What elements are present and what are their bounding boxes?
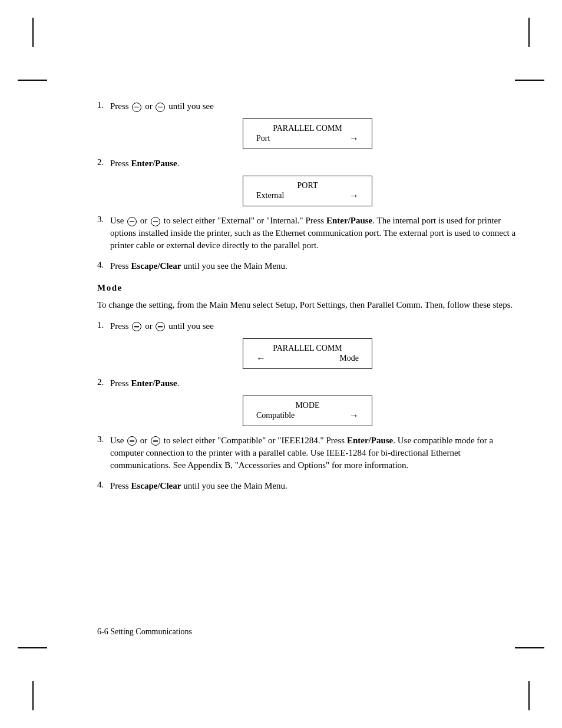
s2-step-number-1: 1.	[97, 320, 110, 330]
box2-line2: External	[256, 191, 284, 200]
display-box-1: PARALLEL COMM Port →	[243, 118, 372, 149]
step4-bold2: Clear	[160, 261, 181, 271]
arrow-right-icon: →	[349, 133, 359, 144]
s2-step2-bold2: Pause	[155, 378, 177, 388]
step-number-4: 4.	[97, 260, 110, 270]
section2-step4: 4. Press Escape/Clear until you see the …	[97, 480, 518, 492]
s2-step4-bold2: Clear	[160, 481, 181, 490]
corner-mark-br-v	[528, 681, 530, 710]
section2-intro: To change the setting, from the Main Men…	[97, 299, 518, 312]
display-box2-row1: PORT	[250, 181, 365, 190]
page: 1. Press or until you see PARALLEL COMM …	[0, 0, 562, 728]
s2-step-number-4: 4.	[97, 480, 110, 490]
main-content: 1. Press or until you see PARALLEL COMM …	[97, 100, 518, 634]
corner-mark-tl-v	[32, 18, 34, 47]
minus-circle-icon4	[151, 217, 160, 226]
s2-step2-text: Press Enter/Pause.	[110, 377, 518, 390]
s2-step4-bold1: Escape	[131, 481, 157, 490]
s2-step1-text: Press or until you see	[110, 320, 518, 332]
minus-circle-icon8	[151, 436, 160, 446]
step-number: 1.	[97, 100, 110, 110]
minus-circle-icon5	[132, 322, 141, 331]
section1-step1: 1. Press or until you see PARALLEL COMM …	[97, 100, 518, 149]
s2-step2-bold1: Enter	[131, 378, 153, 388]
s2-step-number-2: 2.	[97, 377, 110, 387]
corner-mark-tr-h	[515, 80, 544, 81]
display-box4-row2: Compatible →	[250, 410, 365, 421]
step-number-2: 2.	[97, 157, 110, 167]
display-box3-row1: PARALLEL COMM	[250, 344, 365, 353]
section2-step3: 3. Use or to select either "Compatible" …	[97, 434, 518, 472]
display-box3-row2: ← Mode	[250, 353, 365, 364]
section2: Mode To change the setting, from the Mai…	[97, 283, 518, 492]
box2-line1: PORT	[297, 181, 318, 190]
display-box-4: MODE Compatible →	[243, 396, 372, 426]
arrow-right-icon3: →	[349, 410, 359, 421]
section1-step4: 4. Press Escape/Clear until you see the …	[97, 260, 518, 272]
footer-text: 6-6 Setting Communications	[97, 627, 192, 637]
s2-box1-line1: PARALLEL COMM	[273, 344, 342, 353]
section2-heading: Mode	[97, 283, 518, 293]
section2-step2: 2. Press Enter/Pause. MODE Compatible →	[97, 377, 518, 426]
s2-box1-line2: Mode	[339, 354, 359, 363]
corner-mark-br-h	[515, 647, 544, 648]
s2-box2-line2: Compatible	[256, 411, 295, 420]
s2-step-number-3: 3.	[97, 434, 110, 444]
arrow-left-icon: ←	[256, 353, 266, 364]
step1-text: Press or until you see	[110, 100, 518, 113]
display-box2-row2: External →	[250, 190, 365, 201]
corner-mark-bl-v	[32, 681, 34, 710]
step2-bold1: Enter	[131, 159, 153, 168]
minus-circle-icon6	[156, 322, 165, 331]
section1-step2: 2. Press Enter/Pause. PORT External →	[97, 157, 518, 206]
minus-circle-icon7	[127, 436, 137, 446]
arrow-right-icon2: →	[349, 190, 359, 201]
s2-step3-bold1: Enter	[347, 436, 369, 445]
step2-bold2: Pause	[155, 159, 177, 168]
corner-mark-tr-v	[528, 18, 530, 47]
step3-text: Use or to select either "External" or "I…	[110, 215, 518, 252]
step3-bold2: Pause	[351, 216, 373, 225]
minus-circle-icon3	[127, 217, 137, 226]
box1-line2: Port	[256, 134, 270, 143]
display-box-row2: Port →	[250, 133, 365, 144]
minus-circle-icon	[132, 103, 141, 112]
display-box-row1: PARALLEL COMM	[250, 124, 365, 133]
s2-box2-line1: MODE	[295, 401, 319, 410]
step4-bold1: Escape	[131, 261, 157, 271]
s2-step4-text: Press Escape/Clear until you see the Mai…	[110, 480, 518, 492]
step4-text: Press Escape/Clear until you see the Mai…	[110, 260, 518, 272]
box1-line1: PARALLEL COMM	[273, 124, 342, 133]
display-box-3: PARALLEL COMM ← Mode	[243, 338, 372, 369]
display-box4-row1: MODE	[250, 401, 365, 410]
step-number-3: 3.	[97, 215, 110, 225]
corner-mark-bl-h	[18, 647, 47, 648]
step3-bold1: Enter	[326, 216, 348, 225]
corner-mark-tl-h	[18, 80, 47, 81]
display-box-2: PORT External →	[243, 176, 372, 206]
s2-step3-bold2: Pause	[371, 436, 394, 445]
step2-text: Press Enter/Pause.	[110, 157, 518, 170]
minus-circle-icon2	[156, 103, 165, 112]
s2-step3-text: Use or to select either "Compatible" or …	[110, 434, 518, 472]
section2-step1: 1. Press or until you see PARALLEL COMM …	[97, 320, 518, 369]
section1-step3: 3. Use or to select either "External" or…	[97, 215, 518, 252]
